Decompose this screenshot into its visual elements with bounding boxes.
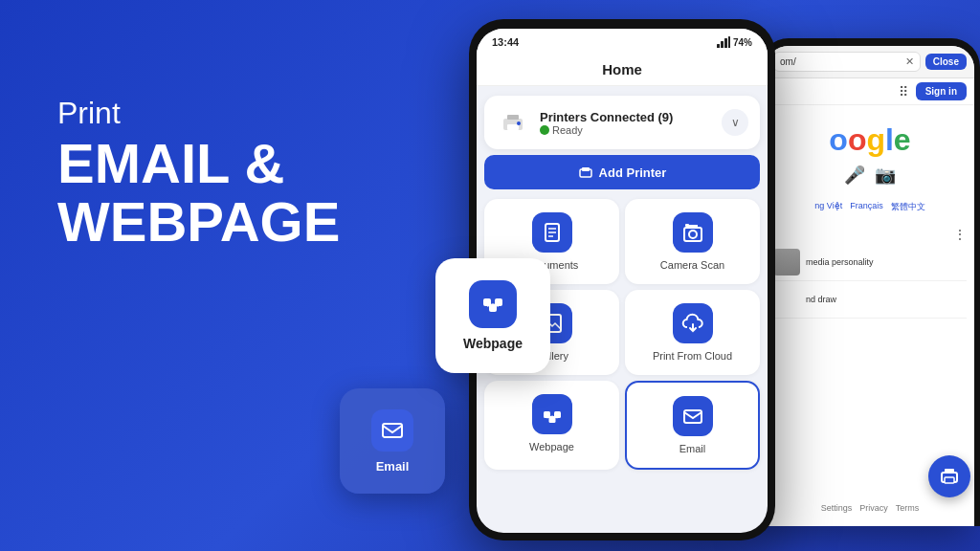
browser-bar: om/ ✕ Close [766,46,974,78]
webpage-card-icon [469,280,517,328]
webpage-card-label: Webpage [463,336,523,351]
status-time: 13:44 [492,36,519,48]
cloud-print-label: Print From Cloud [653,350,732,362]
svg-rect-34 [945,469,954,474]
svg-rect-12 [507,124,519,130]
settings-link[interactable]: Settings [821,503,853,513]
email-label: Email [679,443,706,454]
svg-rect-32 [684,410,702,423]
svg-point-23 [689,231,697,238]
webpage-icon [532,394,572,434]
webpage-floating-card[interactable]: Webpage [435,258,550,373]
status-bar: 13:44 74% [477,29,768,55]
browser-url[interactable]: om/ ✕ [773,52,921,72]
list-item: media personality [773,244,967,281]
feature-camera-scan[interactable]: Camera Scan [625,199,760,284]
printer-status: Ready [540,124,712,136]
mic-icon[interactable]: 🎤 [844,165,865,186]
browser-close-button[interactable]: Close [925,54,967,70]
svg-rect-0 [383,424,402,437]
browser-language-links: ng Việt Français 繁體中文 [766,195,974,219]
privacy-link[interactable]: Privacy [859,503,888,513]
svg-rect-35 [945,477,954,483]
svg-rect-11 [507,115,519,120]
feature-webpage[interactable]: Webpage [484,381,619,470]
documents-icon [532,212,572,253]
battery-level: 74% [733,37,752,48]
svg-rect-8 [724,38,727,48]
phone-browser-screen: om/ ✕ Close ⠿ Sign in oogle 🎤 📷 ng Việt … [766,46,974,526]
sign-in-button[interactable]: Sign in [916,82,967,100]
browser-list: ⋮ media personality nd draw [766,219,974,324]
feature-print-from-cloud[interactable]: Print From Cloud [625,290,760,375]
heading-line1: EMAIL & [57,135,340,193]
lang-chinese[interactable]: 繁體中文 [891,201,925,213]
heading-line2: WEBPAGE [57,193,340,252]
add-printer-label: Add Printer [599,165,667,180]
floating-print-button[interactable] [928,455,970,497]
google-area: oogle 🎤 📷 [766,105,974,195]
printer-icon [496,105,530,140]
close-x-icon: ✕ [905,55,914,68]
terms-link[interactable]: Terms [896,503,920,513]
svg-rect-6 [717,44,720,48]
camera-scan-icon [673,212,713,253]
list-item-text2: nd draw [806,295,836,304]
email-card-label: Email [376,459,410,474]
printer-card[interactable]: Printers Connected (9) Ready ∨ [484,96,760,149]
printer-name: Printers Connected (9) [540,110,712,124]
phone-home-title: Home [492,61,752,77]
email-card[interactable]: Email [340,388,445,494]
phone-topbar: Home [477,55,768,86]
feature-email[interactable]: Email [625,381,760,470]
url-text: om/ [780,56,796,67]
email-icon [673,396,713,436]
svg-rect-9 [728,36,730,48]
grid-icon: ⠿ [899,84,908,99]
ready-dot [540,125,549,135]
phone-browser: om/ ✕ Close ⠿ Sign in oogle 🎤 📷 ng Việt … [760,38,980,526]
svg-point-13 [517,121,521,125]
lang-viet[interactable]: ng Việt [814,201,842,213]
printer-chevron[interactable]: ∨ [722,109,748,136]
browser-toolbar: ⠿ Sign in [766,78,974,105]
list-avatar [773,249,800,276]
main-heading: EMAIL & WEBPAGE [57,135,340,252]
status-icons: 74% [717,36,752,48]
camera-scan-label: Camera Scan [660,259,724,271]
list-item-spacer [773,286,800,313]
printer-info: Printers Connected (9) Ready [540,110,712,136]
svg-rect-15 [582,167,590,171]
print-label: Print [57,96,340,131]
browser-footer: Settings Privacy Terms [766,497,974,518]
cloud-print-icon [673,303,713,343]
google-logo: oogle [775,124,965,155]
add-printer-button[interactable]: Add Printer [484,155,760,189]
list-item-text: media personality [806,257,874,267]
svg-rect-24 [685,224,689,227]
svg-rect-7 [721,41,724,48]
email-card-icon [371,409,413,452]
left-content: Print EMAIL & WEBPAGE [57,96,340,252]
camera-icon[interactable]: 📷 [875,165,896,186]
lang-french[interactable]: Français [850,201,883,213]
list-item: nd draw [773,281,967,319]
webpage-label: Webpage [529,441,574,452]
